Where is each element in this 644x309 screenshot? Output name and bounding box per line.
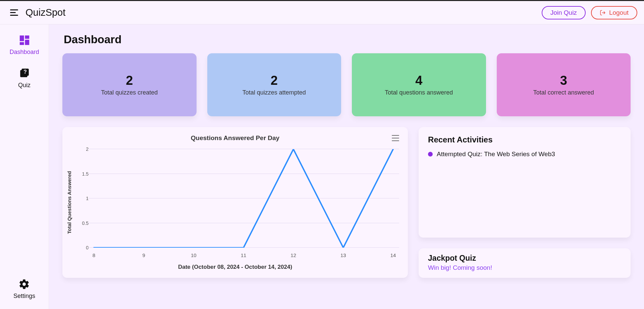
chart-xlabel: Date (October 08, 2024 - October 14, 202… [62, 264, 408, 270]
svg-rect-2 [25, 36, 29, 39]
stat-card: 2Total quizzes attempted [207, 53, 341, 116]
chart-title: Questions Answered Per Day [71, 134, 399, 142]
sidebar-item-settings[interactable]: Settings [13, 279, 35, 300]
chart-line [88, 149, 399, 248]
x-tick-label: 13 [340, 252, 346, 258]
jackpot-panel: Jackpot Quiz Win big! Coming soon! [419, 248, 631, 278]
y-tick-label: 1 [76, 196, 89, 201]
x-tick-label: 11 [241, 252, 247, 258]
chart-x-ticks: 891011121314 [88, 252, 399, 259]
stat-value: 2 [271, 73, 278, 88]
recent-activities-title: Recent Activities [428, 135, 621, 144]
activity-text: Attempted Quiz: The Web Series of Web3 [437, 150, 555, 158]
bullet-icon [428, 152, 433, 157]
chart-ylabel: Total Questions Answered [66, 171, 72, 234]
sidebar-item-dashboard[interactable]: Dashboard [9, 35, 39, 56]
join-quiz-button[interactable]: Join Quiz [542, 6, 586, 19]
quiz-icon: ? [18, 68, 31, 79]
svg-rect-3 [25, 40, 29, 45]
logout-button[interactable]: Logout [591, 6, 637, 19]
jackpot-title: Jackpot Quiz [428, 254, 621, 263]
app-header: QuizSpot Join Quiz Logout [0, 1, 644, 24]
gear-icon [18, 279, 31, 290]
sidebar: Dashboard ? Quiz Settings [0, 24, 49, 309]
x-tick-label: 10 [191, 252, 197, 258]
lower-grid: Questions Answered Per Day Total Questio… [62, 127, 631, 278]
x-tick-label: 8 [93, 252, 95, 258]
sidebar-item-quiz[interactable]: ? Quiz [18, 68, 31, 89]
logout-label: Logout [609, 9, 629, 16]
x-tick-label: 9 [143, 252, 145, 258]
svg-text:?: ? [23, 69, 27, 75]
stat-label: Total quizzes created [101, 89, 158, 96]
x-tick-label: 14 [390, 252, 396, 258]
y-tick-label: 2 [76, 146, 89, 152]
main-content: Dashboard 2Total quizzes created2Total q… [49, 24, 644, 309]
activity-item[interactable]: Attempted Quiz: The Web Series of Web3 [428, 150, 621, 158]
y-tick-label: 1.5 [76, 171, 89, 177]
menu-toggle-icon[interactable] [10, 9, 18, 16]
svg-rect-4 [19, 42, 24, 45]
recent-activities-list: Attempted Quiz: The Web Series of Web3 [428, 150, 621, 158]
chart-plot-area [88, 149, 399, 248]
recent-activities-panel: Recent Activities Attempted Quiz: The We… [419, 127, 631, 238]
y-tick-label: 0 [76, 245, 89, 250]
stat-label: Total quizzes attempted [243, 89, 306, 96]
stat-value: 2 [126, 73, 133, 88]
svg-rect-1 [19, 36, 24, 41]
chart-menu-icon[interactable] [392, 135, 399, 141]
sidebar-item-label: Dashboard [9, 49, 39, 56]
join-quiz-label: Join Quiz [550, 9, 577, 16]
stat-value: 4 [415, 73, 422, 88]
stat-label: Total questions answered [385, 89, 453, 96]
stat-card: 2Total quizzes created [62, 53, 197, 116]
dashboard-icon [18, 35, 31, 46]
chart-panel: Questions Answered Per Day Total Questio… [62, 127, 408, 278]
page-title: Dashboard [64, 33, 631, 46]
logout-icon [600, 10, 606, 16]
y-tick-label: 0.5 [76, 221, 89, 226]
sidebar-item-label: Quiz [18, 82, 31, 89]
stat-label: Total correct answered [533, 89, 594, 96]
app-brand: QuizSpot [25, 7, 65, 18]
stat-card: 4Total questions answered [352, 53, 486, 116]
stats-grid: 2Total quizzes created2Total quizzes att… [62, 53, 631, 116]
stat-value: 3 [560, 73, 567, 88]
jackpot-subtitle: Win big! Coming soon! [428, 264, 621, 271]
right-column: Recent Activities Attempted Quiz: The We… [419, 127, 631, 278]
sidebar-item-label: Settings [13, 293, 35, 300]
stat-card: 3Total correct answered [497, 53, 631, 116]
x-tick-label: 12 [290, 252, 296, 258]
